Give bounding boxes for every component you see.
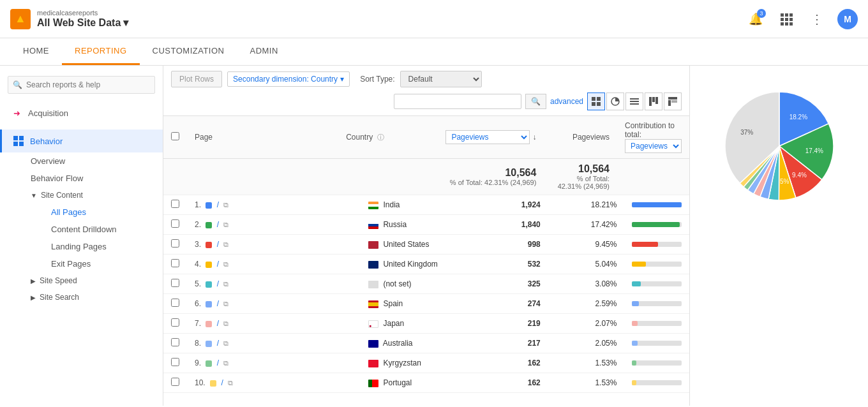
row-checkbox[interactable] bbox=[171, 239, 179, 248]
row-page-link[interactable]: / bbox=[217, 279, 219, 288]
sidebar-item-landing-pages[interactable]: Landing Pages bbox=[41, 238, 163, 255]
more-options-button[interactable]: ⋮ bbox=[807, 9, 827, 29]
sidebar-search-input[interactable] bbox=[8, 76, 155, 94]
copy-icon[interactable]: ⧉ bbox=[223, 260, 228, 268]
row-country-name: United Kingdom bbox=[383, 260, 437, 269]
row-page-cell: 4. / ⧉ bbox=[187, 255, 361, 274]
pie-label: 5% bbox=[780, 178, 789, 185]
contribution-bar-fill bbox=[632, 202, 682, 207]
nav-reporting[interactable]: REPORTING bbox=[62, 38, 140, 65]
row-color-dot bbox=[210, 380, 216, 387]
chart-panel: 18.2%17.4%9.4%5%37% bbox=[689, 66, 868, 406]
advanced-link[interactable]: advanced bbox=[550, 97, 583, 106]
copy-icon[interactable]: ⧉ bbox=[223, 280, 228, 288]
row-checkbox[interactable] bbox=[171, 378, 179, 386]
contribution-bar-bg bbox=[632, 380, 682, 385]
table-row: 7. / ⧉ ● Japan 219 2.07% bbox=[163, 314, 689, 334]
row-page-link[interactable]: / bbox=[217, 200, 219, 209]
list-view-button[interactable] bbox=[625, 93, 643, 110]
svg-rect-0 bbox=[781, 13, 784, 17]
row-page-link[interactable]: / bbox=[217, 299, 219, 308]
row-page-link[interactable]: / bbox=[217, 260, 219, 269]
row-page-link[interactable]: / bbox=[217, 339, 219, 348]
data-view-button[interactable] bbox=[606, 93, 624, 110]
svg-rect-20 bbox=[630, 103, 639, 105]
nav-customization[interactable]: CUSTOMIZATION bbox=[140, 38, 237, 65]
sidebar-item-all-pages[interactable]: All Pages bbox=[41, 204, 163, 221]
row-country-name: United States bbox=[383, 240, 429, 249]
sidebar-item-overview[interactable]: Overview bbox=[20, 152, 163, 170]
row-contribution bbox=[624, 215, 689, 235]
summary-row: 10,564 % of Total: 42.31% (24,969) 10,56… bbox=[163, 159, 689, 195]
row-checkbox[interactable] bbox=[171, 358, 179, 366]
apps-button[interactable] bbox=[776, 9, 797, 29]
sidebar-item-content-drilldown[interactable]: Content Drilldown bbox=[41, 221, 163, 238]
secondary-dimension-button[interactable]: Secondary dimension: Country ▾ bbox=[227, 71, 350, 87]
row-country-name: Spain bbox=[383, 299, 403, 308]
row-page-link[interactable]: / bbox=[217, 319, 219, 328]
row-number: 5. bbox=[195, 279, 201, 288]
svg-rect-4 bbox=[785, 18, 788, 21]
select-all-checkbox[interactable] bbox=[171, 132, 179, 140]
copy-icon[interactable]: ⧉ bbox=[223, 241, 228, 248]
row-checkbox[interactable] bbox=[171, 318, 179, 327]
row-country-cell: (not set) bbox=[361, 274, 472, 294]
copy-icon[interactable]: ⧉ bbox=[223, 359, 228, 367]
copy-icon[interactable]: ⧉ bbox=[223, 300, 228, 307]
sort-type-select[interactable]: Default Weighted Absolute change bbox=[400, 71, 482, 87]
sidebar-search-container: 🔍 bbox=[0, 71, 163, 99]
pageviews-metric-select[interactable]: Pageviews Unique Pageviews Avg. Time on … bbox=[445, 130, 530, 144]
sidebar-item-acquisition[interactable]: ➜ Acquisition bbox=[0, 101, 163, 124]
sidebar-item-site-content[interactable]: ▼ Site Content bbox=[20, 187, 163, 204]
copy-icon[interactable]: ⧉ bbox=[223, 221, 228, 228]
property-dropdown-arrow[interactable]: ▾ bbox=[123, 17, 128, 29]
row-checkbox[interactable] bbox=[171, 338, 179, 346]
svg-rect-12 bbox=[19, 142, 24, 146]
sidebar-item-exit-pages[interactable]: Exit Pages bbox=[41, 255, 163, 272]
table-row: 6. / ⧉ Spain 274 2.59% bbox=[163, 294, 689, 314]
row-page-link[interactable]: / bbox=[217, 359, 219, 367]
table-view-button[interactable] bbox=[587, 93, 605, 110]
copy-icon[interactable]: ⧉ bbox=[228, 379, 233, 387]
svg-rect-18 bbox=[630, 98, 639, 100]
row-color-dot bbox=[206, 341, 212, 347]
row-pageviews: 1.53% bbox=[548, 353, 625, 373]
avatar[interactable]: M bbox=[837, 9, 858, 29]
sidebar-item-behavior-flow[interactable]: Behavior Flow bbox=[20, 170, 163, 187]
copy-icon[interactable]: ⧉ bbox=[223, 320, 228, 327]
pie-chart: 18.2%17.4%9.4%5%37% bbox=[709, 76, 849, 218]
sidebar-section-behavior: Behavior Overview Behavior Flow ▼ Site C… bbox=[0, 127, 163, 308]
table-search-input[interactable] bbox=[394, 94, 521, 109]
summary-contrib-cell bbox=[617, 159, 689, 195]
nav-home[interactable]: HOME bbox=[10, 38, 62, 65]
contribution-metric-select[interactable]: Pageviews bbox=[625, 139, 682, 153]
row-contribution bbox=[624, 255, 689, 274]
nav-admin[interactable]: ADMIN bbox=[237, 38, 290, 65]
row-checkbox[interactable] bbox=[171, 219, 179, 228]
row-checkbox[interactable] bbox=[171, 259, 179, 267]
row-country-cell: United Kingdom bbox=[361, 255, 472, 274]
row-page-link[interactable]: / bbox=[217, 240, 219, 249]
row-country-cell: Spain bbox=[361, 294, 472, 314]
row-page-link[interactable]: / bbox=[217, 220, 219, 229]
table-search-button[interactable]: 🔍 bbox=[525, 94, 546, 109]
custom-view-button[interactable] bbox=[645, 93, 662, 110]
sidebar-item-site-speed[interactable]: ▶ Site Speed bbox=[20, 272, 163, 289]
row-page-cell: 6. / ⧉ bbox=[187, 294, 361, 314]
table-view-icon bbox=[592, 97, 601, 106]
notification-button[interactable]: 🔔 3 bbox=[745, 9, 766, 29]
summary-page-cell bbox=[187, 159, 338, 195]
plot-rows-button[interactable]: Plot Rows bbox=[171, 71, 222, 87]
acquisition-icon: ➜ bbox=[10, 107, 23, 119]
row-checkbox[interactable] bbox=[171, 200, 179, 208]
pivot-view-button[interactable] bbox=[664, 93, 682, 110]
row-checkbox[interactable] bbox=[171, 279, 179, 287]
row-page-link[interactable]: / bbox=[221, 378, 223, 387]
sidebar-item-behavior[interactable]: Behavior bbox=[0, 130, 163, 152]
row-flag-icon bbox=[368, 261, 378, 269]
sidebar-item-site-search[interactable]: ▶ Site Search bbox=[20, 289, 163, 306]
table-container: Page Country ⓘ Pageviews Unique Pageview… bbox=[163, 116, 689, 393]
row-checkbox[interactable] bbox=[171, 299, 179, 307]
copy-icon[interactable]: ⧉ bbox=[223, 339, 228, 347]
copy-icon[interactable]: ⧉ bbox=[223, 201, 228, 209]
